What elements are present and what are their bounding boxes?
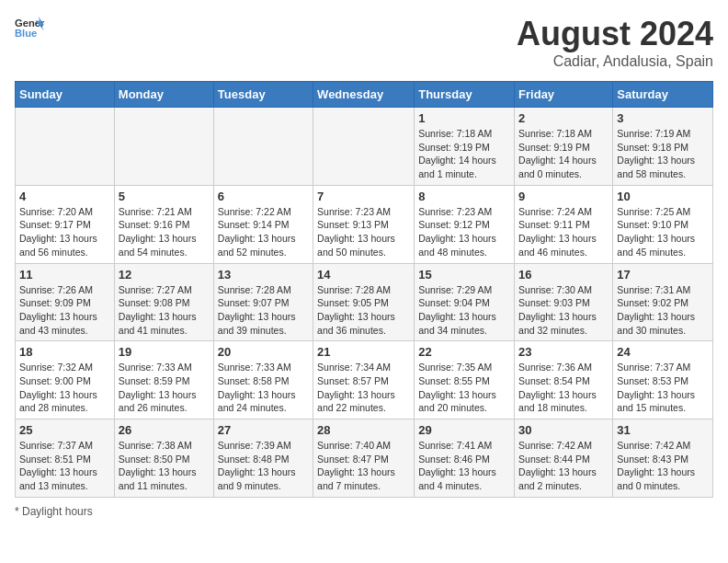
day-of-week-header: Sunday <box>16 82 115 108</box>
calendar-cell: 5Sunrise: 7:21 AMSunset: 9:16 PMDaylight… <box>114 185 213 263</box>
day-info: Sunrise: 7:30 AMSunset: 9:03 PMDaylight:… <box>518 283 609 338</box>
svg-text:Blue: Blue <box>15 28 37 39</box>
logo: General Blue <box>15 15 44 40</box>
calendar-cell: 1Sunrise: 7:18 AMSunset: 9:19 PMDaylight… <box>415 108 515 186</box>
title-block: August 2024 Cadiar, Andalusia, Spain <box>517 15 713 70</box>
day-number: 31 <box>617 423 709 437</box>
day-number: 4 <box>19 190 110 203</box>
calendar-cell: 9Sunrise: 7:24 AMSunset: 9:11 PMDaylight… <box>515 185 613 263</box>
calendar-cell: 18Sunrise: 7:32 AMSunset: 9:00 PMDayligh… <box>16 341 115 419</box>
day-info: Sunrise: 7:23 AMSunset: 9:13 PMDaylight:… <box>317 205 410 259</box>
calendar-cell: 7Sunrise: 7:23 AMSunset: 9:13 PMDaylight… <box>313 185 415 263</box>
day-of-week-header: Wednesday <box>313 82 415 108</box>
day-info: Sunrise: 7:41 AMSunset: 8:46 PMDaylight:… <box>418 439 510 493</box>
day-info: Sunrise: 7:33 AMSunset: 8:58 PMDaylight:… <box>218 361 309 415</box>
calendar-cell: 2Sunrise: 7:18 AMSunset: 9:19 PMDaylight… <box>515 108 613 186</box>
day-number: 2 <box>518 111 609 125</box>
calendar-week-row: 11Sunrise: 7:26 AMSunset: 9:09 PMDayligh… <box>16 263 713 341</box>
calendar-cell <box>313 108 415 186</box>
day-of-week-header: Thursday <box>415 82 515 108</box>
calendar-cell: 6Sunrise: 7:22 AMSunset: 9:14 PMDaylight… <box>213 185 313 263</box>
day-number: 7 <box>317 190 410 203</box>
day-of-week-header: Saturday <box>613 82 713 108</box>
day-number: 27 <box>218 423 309 437</box>
calendar-cell: 4Sunrise: 7:20 AMSunset: 9:17 PMDaylight… <box>16 185 115 263</box>
day-number: 25 <box>19 423 110 437</box>
month-title: August 2024 <box>517 15 713 53</box>
day-number: 17 <box>617 268 709 282</box>
calendar-cell: 15Sunrise: 7:29 AMSunset: 9:04 PMDayligh… <box>415 263 515 341</box>
day-of-week-header: Friday <box>515 82 613 108</box>
calendar-cell: 13Sunrise: 7:28 AMSunset: 9:07 PMDayligh… <box>213 263 313 341</box>
day-info: Sunrise: 7:29 AMSunset: 9:04 PMDaylight:… <box>418 283 510 338</box>
calendar-week-row: 1Sunrise: 7:18 AMSunset: 9:19 PMDaylight… <box>16 108 713 186</box>
day-number: 9 <box>518 190 609 203</box>
day-number: 11 <box>19 268 110 282</box>
day-info: Sunrise: 7:37 AMSunset: 8:51 PMDaylight:… <box>19 439 110 493</box>
day-info: Sunrise: 7:21 AMSunset: 9:16 PMDaylight:… <box>119 205 210 259</box>
day-info: Sunrise: 7:33 AMSunset: 8:59 PMDaylight:… <box>119 361 210 415</box>
day-info: Sunrise: 7:35 AMSunset: 8:55 PMDaylight:… <box>418 361 510 415</box>
day-info: Sunrise: 7:31 AMSunset: 9:02 PMDaylight:… <box>617 283 709 338</box>
day-number: 28 <box>317 423 410 437</box>
day-info: Sunrise: 7:40 AMSunset: 8:47 PMDaylight:… <box>317 439 410 493</box>
day-info: Sunrise: 7:18 AMSunset: 9:19 PMDaylight:… <box>418 127 510 181</box>
calendar-cell <box>213 108 313 186</box>
day-info: Sunrise: 7:27 AMSunset: 9:08 PMDaylight:… <box>119 283 210 338</box>
calendar-cell: 26Sunrise: 7:38 AMSunset: 8:50 PMDayligh… <box>114 419 213 498</box>
footer-note: * Daylight hours <box>15 505 713 518</box>
day-info: Sunrise: 7:28 AMSunset: 9:05 PMDaylight:… <box>317 283 410 338</box>
day-number: 1 <box>418 111 510 125</box>
day-number: 5 <box>119 190 210 203</box>
calendar-cell: 17Sunrise: 7:31 AMSunset: 9:02 PMDayligh… <box>613 263 713 341</box>
calendar-cell: 14Sunrise: 7:28 AMSunset: 9:05 PMDayligh… <box>313 263 415 341</box>
day-number: 14 <box>317 268 410 282</box>
calendar-cell: 12Sunrise: 7:27 AMSunset: 9:08 PMDayligh… <box>114 263 213 341</box>
daylight-hours-label: Daylight hours <box>22 505 93 518</box>
calendar-cell: 31Sunrise: 7:42 AMSunset: 8:43 PMDayligh… <box>613 419 713 498</box>
day-info: Sunrise: 7:24 AMSunset: 9:11 PMDaylight:… <box>518 205 609 259</box>
calendar-cell: 8Sunrise: 7:23 AMSunset: 9:12 PMDaylight… <box>415 185 515 263</box>
day-number: 8 <box>418 190 510 203</box>
calendar-week-row: 25Sunrise: 7:37 AMSunset: 8:51 PMDayligh… <box>16 419 713 498</box>
day-number: 13 <box>218 268 309 282</box>
day-info: Sunrise: 7:20 AMSunset: 9:17 PMDaylight:… <box>19 205 110 259</box>
day-number: 29 <box>418 423 510 437</box>
day-info: Sunrise: 7:37 AMSunset: 8:53 PMDaylight:… <box>617 361 709 415</box>
calendar-cell: 22Sunrise: 7:35 AMSunset: 8:55 PMDayligh… <box>415 341 515 419</box>
day-number: 22 <box>418 345 510 359</box>
calendar-cell: 20Sunrise: 7:33 AMSunset: 8:58 PMDayligh… <box>213 341 313 419</box>
day-number: 21 <box>317 345 410 359</box>
day-number: 15 <box>418 268 510 282</box>
calendar-cell: 30Sunrise: 7:42 AMSunset: 8:44 PMDayligh… <box>515 419 613 498</box>
calendar-cell: 10Sunrise: 7:25 AMSunset: 9:10 PMDayligh… <box>613 185 713 263</box>
day-of-week-header: Tuesday <box>213 82 313 108</box>
calendar-cell: 19Sunrise: 7:33 AMSunset: 8:59 PMDayligh… <box>114 341 213 419</box>
calendar-cell: 16Sunrise: 7:30 AMSunset: 9:03 PMDayligh… <box>515 263 613 341</box>
location-title: Cadiar, Andalusia, Spain <box>517 53 713 70</box>
day-info: Sunrise: 7:38 AMSunset: 8:50 PMDaylight:… <box>119 439 210 493</box>
day-info: Sunrise: 7:42 AMSunset: 8:43 PMDaylight:… <box>617 439 709 493</box>
day-number: 30 <box>518 423 609 437</box>
day-info: Sunrise: 7:23 AMSunset: 9:12 PMDaylight:… <box>418 205 510 259</box>
day-number: 18 <box>19 345 110 359</box>
day-info: Sunrise: 7:36 AMSunset: 8:54 PMDaylight:… <box>518 361 609 415</box>
day-number: 20 <box>218 345 309 359</box>
calendar-cell: 27Sunrise: 7:39 AMSunset: 8:48 PMDayligh… <box>213 419 313 498</box>
logo-icon: General Blue <box>15 15 44 40</box>
calendar-cell: 29Sunrise: 7:41 AMSunset: 8:46 PMDayligh… <box>415 419 515 498</box>
day-info: Sunrise: 7:19 AMSunset: 9:18 PMDaylight:… <box>617 127 709 181</box>
calendar-cell: 21Sunrise: 7:34 AMSunset: 8:57 PMDayligh… <box>313 341 415 419</box>
day-number: 16 <box>518 268 609 282</box>
day-number: 23 <box>518 345 609 359</box>
day-info: Sunrise: 7:18 AMSunset: 9:19 PMDaylight:… <box>518 127 609 181</box>
calendar-cell <box>16 108 115 186</box>
day-info: Sunrise: 7:34 AMSunset: 8:57 PMDaylight:… <box>317 361 410 415</box>
day-number: 24 <box>617 345 709 359</box>
page-header: General Blue August 2024 Cadiar, Andalus… <box>15 15 713 70</box>
calendar-header-row: SundayMondayTuesdayWednesdayThursdayFrid… <box>16 82 713 108</box>
day-info: Sunrise: 7:28 AMSunset: 9:07 PMDaylight:… <box>218 283 309 338</box>
day-info: Sunrise: 7:26 AMSunset: 9:09 PMDaylight:… <box>19 283 110 338</box>
day-info: Sunrise: 7:22 AMSunset: 9:14 PMDaylight:… <box>218 205 309 259</box>
calendar-cell <box>114 108 213 186</box>
